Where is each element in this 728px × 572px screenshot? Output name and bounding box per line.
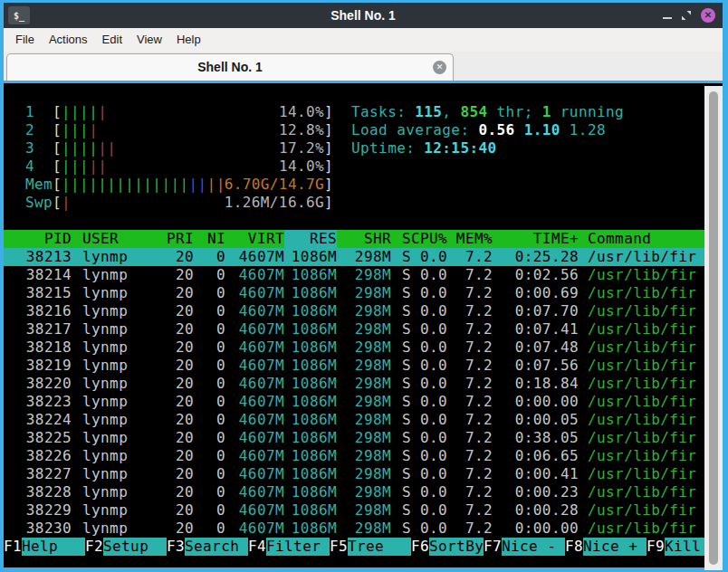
window-title: Shell No. 1 <box>4 8 723 23</box>
fkey-f8[interactable]: F8Nice + <box>565 538 647 556</box>
process-row[interactable]: 38223lynmp2004607M1086M298MS0.07.20:00.0… <box>4 393 704 411</box>
cpu-meter-3: 3[||||||17.2%] <box>4 139 333 157</box>
column-header-s[interactable]: S <box>391 230 411 248</box>
column-header-ni[interactable]: NI <box>194 230 225 248</box>
memory-meter: Mem[||||||||||||||||||6.70G/14.7G] <box>4 176 333 194</box>
window-controls: ✕ <box>663 3 715 28</box>
fkey-f3[interactable]: F3Search <box>167 538 248 556</box>
menu-bar: FileActionsEditViewHelp <box>4 28 723 52</box>
column-header-pid[interactable]: PID <box>4 230 72 248</box>
minimize-icon[interactable] <box>663 17 672 19</box>
uptime: Uptime: 12:15:40 <box>351 139 624 157</box>
fkey-f1[interactable]: F1Help <box>4 538 85 556</box>
column-header-shr[interactable]: SHR <box>337 230 391 248</box>
fkey-f2[interactable]: F2Setup <box>85 538 167 556</box>
tab-close-icon[interactable]: ✕ <box>433 61 446 74</box>
process-row[interactable]: 38218lynmp2004607M1086M298MS0.07.20:07.4… <box>4 338 704 357</box>
menu-item-edit[interactable]: Edit <box>95 28 129 52</box>
fkey-f5[interactable]: F5Tree <box>330 538 411 556</box>
tab-bar: Shell No. 1 ✕ <box>4 52 723 81</box>
scrollbar-thumb[interactable] <box>709 91 718 565</box>
cpu-meter-2: 2[||||12.8%] <box>4 121 333 139</box>
table-header: PIDUSERPRINIVIRTRESSHRSCPU%MEM%TIME+Comm… <box>4 230 704 248</box>
column-header-cmd[interactable]: Command <box>588 230 704 248</box>
process-row[interactable]: 38215lynmp2004607M1086M298MS0.07.20:00.6… <box>4 284 704 302</box>
process-row[interactable]: 38229lynmp2004607M1086M298MS0.07.20:00.2… <box>4 501 704 520</box>
fkey-f9[interactable]: F9Kill <box>647 538 704 556</box>
swap-meter: Swp[|1.26M/16.6G] <box>4 194 333 212</box>
load-average: Load average: 0.56 1.10 1.28 <box>351 121 624 139</box>
cpu-meter-1: 1[|||||14.0%] <box>4 103 333 121</box>
htop-screen: 1[|||||14.0%]2[||||12.8%]3[||||||17.2%]4… <box>4 86 704 570</box>
menu-item-help[interactable]: Help <box>169 28 208 52</box>
process-row[interactable]: 38220lynmp2004607M1086M298MS0.07.20:18.8… <box>4 375 704 393</box>
terminal-app-icon: $_ <box>8 6 30 24</box>
menu-item-actions[interactable]: Actions <box>42 28 95 52</box>
process-row[interactable]: 38216lynmp2004607M1086M298MS0.07.20:07.7… <box>4 302 704 320</box>
scrollbar-track[interactable] <box>704 86 723 570</box>
cpu-meter-4: 4[|||||14.0%] <box>4 157 333 176</box>
column-header-mem[interactable]: MEM% <box>447 230 493 248</box>
column-header-cpu[interactable]: CPU% <box>411 230 447 248</box>
column-header-user[interactable]: USER <box>82 230 164 248</box>
function-key-bar: F1HelpF2SetupF3SearchF4FilterF5TreeF6Sor… <box>4 538 704 556</box>
process-row[interactable]: 38219lynmp2004607M1086M298MS0.07.20:07.5… <box>4 357 704 375</box>
process-row[interactable]: 38224lynmp2004607M1086M298MS0.07.20:00.0… <box>4 411 704 429</box>
column-header-time[interactable]: TIME+ <box>493 230 579 248</box>
process-row[interactable]: 38230lynmp2004607M1086M298MS0.07.20:00.0… <box>4 520 704 538</box>
tasks-summary: Tasks: 115, 854 thr; 1 running <box>351 103 624 121</box>
maximize-icon[interactable] <box>681 10 692 21</box>
process-row[interactable]: 38226lynmp2004607M1086M298MS0.07.20:06.6… <box>4 447 704 465</box>
fkey-f7[interactable]: F7Nice - <box>484 538 565 556</box>
meters: 1[|||||14.0%]2[||||12.8%]3[||||||17.2%]4… <box>4 103 333 212</box>
close-icon[interactable]: ✕ <box>701 8 715 23</box>
process-row[interactable]: 38225lynmp2004607M1086M298MS0.07.20:38.0… <box>4 429 704 447</box>
process-row[interactable]: 38214lynmp2004607M1086M298MS0.07.20:02.5… <box>4 266 704 284</box>
process-row[interactable]: 38217lynmp2004607M1086M298MS0.07.20:07.4… <box>4 320 704 338</box>
terminal[interactable]: 1[|||||14.0%]2[||||12.8%]3[||||||17.2%]4… <box>4 81 723 567</box>
process-row[interactable]: 38228lynmp2004607M1086M298MS0.07.20:00.2… <box>4 483 704 501</box>
fkey-f4[interactable]: F4Filter <box>248 538 330 556</box>
column-header-pri[interactable]: PRI <box>164 230 194 248</box>
process-row[interactable]: 38227lynmp2004607M1086M298MS0.07.20:00.4… <box>4 465 704 483</box>
column-header-res[interactable]: RES <box>284 230 337 248</box>
process-table: PIDUSERPRINIVIRTRESSHRSCPU%MEM%TIME+Comm… <box>4 230 704 538</box>
tab-label: Shell No. 1 <box>7 54 453 80</box>
info-column: Tasks: 115, 854 thr; 1 runningLoad avera… <box>351 103 624 157</box>
process-row[interactable]: 38213lynmp2004607M1086M298MS0.07.20:25.2… <box>4 248 704 266</box>
column-header-virt[interactable]: VIRT <box>225 230 284 248</box>
tab-shell[interactable]: Shell No. 1 ✕ <box>6 53 454 81</box>
fkey-f6[interactable]: F6SortBy <box>411 538 484 556</box>
titlebar: $_ Shell No. 1 ✕ <box>4 3 723 28</box>
menu-item-file[interactable]: File <box>8 28 42 52</box>
menu-item-view[interactable]: View <box>129 28 169 52</box>
